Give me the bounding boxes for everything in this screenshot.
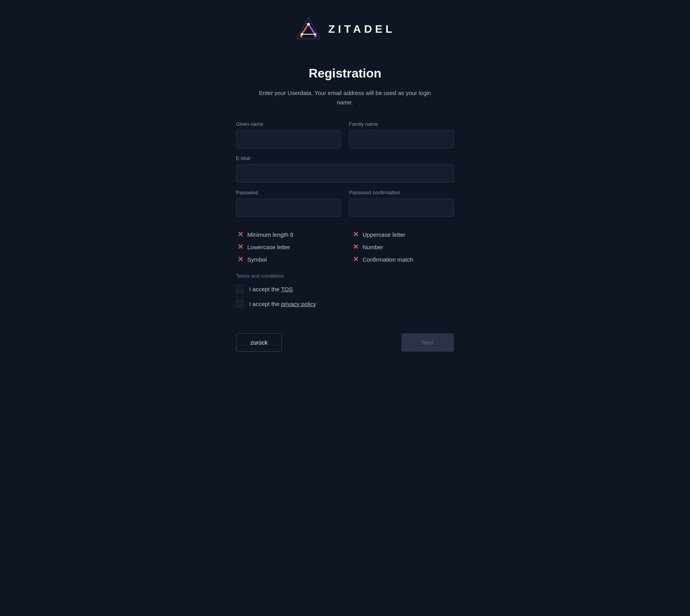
validation-min-length: ✕ Minimum length 8 (238, 230, 337, 239)
validation-symbol: ✕ Symbol (238, 255, 337, 264)
tos-checkbox[interactable] (236, 285, 244, 293)
given-name-group: Given name (236, 121, 341, 148)
email-input[interactable] (236, 164, 454, 183)
email-row: E-Mail (236, 155, 454, 183)
name-row: Given name Family name (236, 121, 454, 148)
privacy-text: I accept the (249, 301, 281, 307)
back-button[interactable]: zurück (236, 333, 282, 352)
password-confirmation-input[interactable] (349, 199, 454, 217)
given-name-label: Given name (236, 121, 341, 127)
validation-lowercase: ✕ Lowercase letter (238, 243, 337, 251)
x-icon-number: ✕ (353, 243, 359, 251)
x-icon-symbol: ✕ (238, 255, 243, 264)
x-icon-lowercase: ✕ (238, 243, 243, 251)
validation-uppercase-label: Uppercase letter (363, 231, 405, 238)
validation-confirmation-match: ✕ Confirmation match (353, 255, 452, 264)
page-subtitle: Enter your Userdata. Your email address … (252, 88, 438, 107)
terms-title: Terms and conditions (236, 273, 454, 279)
privacy-link[interactable]: privacy policy (281, 301, 316, 307)
validation-lowercase-label: Lowercase letter (247, 244, 290, 250)
x-icon-uppercase: ✕ (353, 230, 359, 239)
validation-confirmation-label: Confirmation match (363, 256, 413, 263)
zitadel-logo-icon (295, 16, 322, 43)
privacy-row: I accept the privacy policy (236, 300, 454, 308)
password-confirmation-label: Password confirmation (349, 190, 454, 195)
password-input[interactable] (236, 199, 341, 217)
email-label: E-Mail (236, 155, 454, 161)
validation-grid: ✕ Minimum length 8 ✕ Uppercase letter ✕ … (236, 230, 454, 264)
validation-number: ✕ Number (353, 243, 452, 251)
validation-symbol-label: Symbol (247, 256, 267, 263)
email-group: E-Mail (236, 155, 454, 183)
validation-uppercase: ✕ Uppercase letter (353, 230, 452, 239)
buttons-row: zurück Next (236, 333, 454, 352)
family-name-input[interactable] (349, 130, 454, 148)
privacy-checkbox[interactable] (236, 300, 244, 308)
svg-point-5 (307, 23, 310, 26)
next-button[interactable]: Next (401, 333, 454, 352)
tos-link[interactable]: TOS (281, 286, 293, 292)
logo-area: ZITADEL (295, 16, 395, 43)
x-icon-confirmation: ✕ (353, 255, 359, 264)
tos-row: I accept the TOS (236, 285, 454, 293)
terms-section: Terms and conditions I accept the TOS I … (236, 273, 454, 315)
validation-number-label: Number (363, 244, 383, 250)
family-name-label: Family name (349, 121, 454, 127)
validation-min-length-label: Minimum length 8 (247, 231, 293, 238)
password-group: Password (236, 190, 341, 217)
password-confirmation-group: Password confirmation (349, 190, 454, 217)
family-name-group: Family name (349, 121, 454, 148)
password-row: Password Password confirmation (236, 190, 454, 217)
password-label: Password (236, 190, 341, 195)
form-container: Registration Enter your Userdata. Your e… (236, 66, 454, 352)
given-name-input[interactable] (236, 130, 341, 148)
svg-line-1 (302, 24, 308, 34)
x-icon-min-length: ✕ (238, 230, 243, 239)
page-title: Registration (309, 66, 382, 81)
tos-label: I accept the TOS (249, 286, 293, 292)
tos-text: I accept the (249, 286, 281, 292)
svg-line-3 (308, 24, 315, 34)
logo-text: ZITADEL (328, 23, 395, 35)
privacy-label: I accept the privacy policy (249, 301, 316, 307)
